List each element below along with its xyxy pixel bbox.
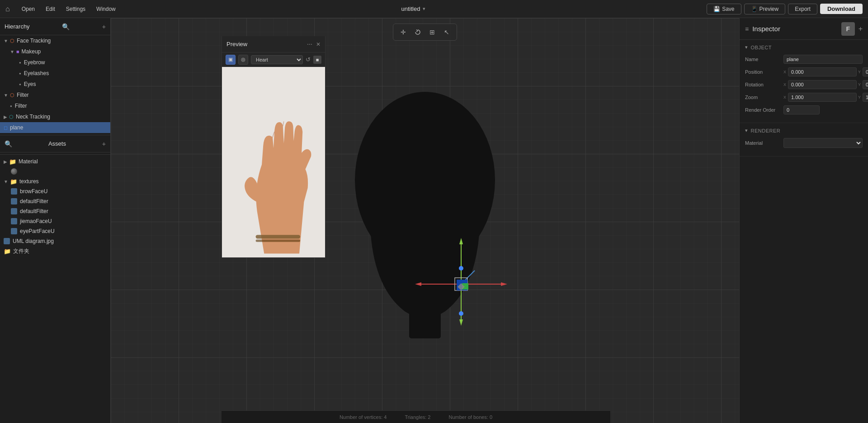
eyes-dot-icon: ● bbox=[19, 82, 21, 86]
renderer-chevron-icon: ▾ bbox=[745, 128, 748, 133]
menu-window[interactable]: Window bbox=[92, 4, 120, 14]
svg-marker-5 bbox=[459, 238, 463, 244]
asset-defaultFilter1[interactable]: defaultFilter bbox=[0, 196, 110, 206]
hierarchy-search-icon[interactable]: 🔍 bbox=[62, 23, 70, 30]
zoom-y-axis: Y bbox=[858, 95, 861, 100]
rotation-label: Rotation bbox=[745, 82, 783, 87]
inspector-add-icon[interactable]: + bbox=[859, 25, 863, 33]
rot-x-axis: X bbox=[783, 82, 786, 87]
zoom-y-input[interactable] bbox=[863, 93, 868, 102]
phone-icon: 📱 bbox=[751, 6, 758, 12]
right-panel: ≡ Inspector F + ▾ Object Name bbox=[739, 18, 868, 423]
preview-x-btn[interactable]: ■ bbox=[313, 56, 321, 64]
save-button[interactable]: 💾 Save bbox=[707, 4, 741, 14]
rotation-fields: X Y Z bbox=[783, 80, 868, 89]
preview-close-icon[interactable]: ✕ bbox=[316, 41, 321, 48]
rotation-y-input[interactable] bbox=[863, 80, 868, 89]
zoom-x-axis: X bbox=[783, 95, 786, 100]
download-button[interactable]: Download bbox=[820, 4, 863, 14]
preview-filter-select[interactable]: Heart Custom Default bbox=[251, 55, 303, 64]
neck-tracking-icon: ⬡ bbox=[9, 114, 14, 120]
wenjianjia-folder-icon: 📁 bbox=[4, 248, 11, 255]
filter-group-label: Filter bbox=[17, 92, 29, 98]
preview-button[interactable]: 📱 Preview bbox=[744, 4, 786, 14]
svg-rect-20 bbox=[256, 235, 300, 238]
tree-item-eyes[interactable]: ● Eyes bbox=[0, 79, 110, 90]
asset-wenjianjia[interactable]: 📁 文件夹 bbox=[0, 246, 110, 257]
tree-item-eyelashes[interactable]: ● Eyelashes bbox=[0, 68, 110, 79]
arrow-face-tracking[interactable]: ▼ bbox=[4, 38, 8, 43]
asset-eyePartFaceU[interactable]: eyePartFaceU bbox=[0, 226, 110, 236]
tree-item-eyebrow[interactable]: ● Eyebrow bbox=[0, 57, 110, 68]
preview-collapse-icon[interactable]: ⋯ bbox=[307, 41, 312, 48]
asset-textures-folder[interactable]: ▼ 📁 textures bbox=[0, 176, 110, 186]
preview-circle-btn[interactable]: ◎ bbox=[238, 55, 248, 65]
hierarchy-add-icon[interactable]: + bbox=[102, 23, 106, 30]
asset-material-sphere[interactable] bbox=[0, 166, 110, 176]
svg-rect-21 bbox=[256, 240, 300, 242]
object-section-title[interactable]: ▾ Object bbox=[745, 44, 863, 50]
assets-add-icon[interactable]: + bbox=[102, 140, 106, 147]
position-y-group: Y bbox=[858, 67, 868, 76]
svg-point-15 bbox=[459, 311, 463, 316]
vp-rotate-btn[interactable] bbox=[411, 26, 424, 38]
tree-item-filter-item[interactable]: ● Filter bbox=[0, 100, 110, 111]
texture-icon-4 bbox=[11, 218, 17, 224]
textures-label: textures bbox=[19, 178, 39, 185]
position-label: Position bbox=[745, 69, 783, 75]
preview-square-btn[interactable]: ▣ bbox=[226, 55, 236, 65]
hierarchy-header: Hierarchy 🔍 + bbox=[0, 18, 110, 35]
render-order-input[interactable] bbox=[783, 105, 820, 114]
material-select[interactable] bbox=[783, 138, 863, 148]
asset-defaultFilter2[interactable]: defaultFilter bbox=[0, 206, 110, 216]
position-x-input[interactable] bbox=[788, 67, 857, 76]
topbar: ⌂ Open Edit Settings Window untitled ▾ 💾… bbox=[0, 0, 868, 18]
export-button[interactable]: Export bbox=[788, 4, 817, 14]
tree-item-neck-tracking[interactable]: ▶ ⬡ Neck Tracking bbox=[0, 111, 110, 122]
vp-scale-btn[interactable]: ⊞ bbox=[426, 26, 439, 38]
inspector-title: Inspector bbox=[752, 25, 780, 33]
position-y-input[interactable] bbox=[863, 67, 868, 76]
jiemaoFaceU-label: jiemaoFaceU bbox=[20, 218, 52, 224]
wenjianjia-label: 文件夹 bbox=[13, 247, 29, 255]
rotation-x-group: X bbox=[783, 80, 857, 89]
status-bar: Number of vertices: 4 Triangles: 2 Numbe… bbox=[222, 410, 610, 423]
rotation-x-input[interactable] bbox=[788, 80, 857, 89]
project-title[interactable]: untitled bbox=[401, 5, 420, 12]
tree-item-filter-group[interactable]: ▼ ⬡ Filter bbox=[0, 90, 110, 100]
menu-edit[interactable]: Edit bbox=[41, 4, 60, 14]
tree-item-makeup[interactable]: ▼ ■ Makeup bbox=[0, 46, 110, 57]
zoom-label: Zoom bbox=[745, 95, 783, 100]
tree-item-plane[interactable]: ◻ plane bbox=[0, 122, 110, 133]
topbar-actions: 💾 Save 📱 Preview Export Download bbox=[707, 4, 863, 14]
inspector-render-order-row: Render Order bbox=[745, 105, 863, 114]
home-icon[interactable]: ⌂ bbox=[5, 5, 10, 13]
arrow-material[interactable]: ▶ bbox=[4, 159, 7, 164]
arrow-textures[interactable]: ▼ bbox=[4, 179, 8, 184]
name-input[interactable] bbox=[783, 55, 863, 64]
pos-x-axis: X bbox=[783, 70, 786, 74]
preview-refresh-btn[interactable]: ↺ bbox=[306, 56, 311, 63]
arrow-neck-tracking[interactable]: ▶ bbox=[4, 114, 7, 119]
inspector-header-left: ≡ Inspector bbox=[745, 25, 780, 33]
tree-item-face-tracking[interactable]: ▼ ⬡ Face Tracking bbox=[0, 35, 110, 46]
arrow-makeup[interactable]: ▼ bbox=[10, 49, 14, 54]
eyes-label: Eyes bbox=[24, 81, 36, 87]
zoom-x-input[interactable] bbox=[788, 93, 857, 102]
vp-move-btn[interactable]: ✛ bbox=[397, 26, 410, 38]
asset-jiemaoFaceU[interactable]: jiemaoFaceU bbox=[0, 216, 110, 226]
zoom-y-group: Y bbox=[858, 93, 868, 102]
renderer-section-title[interactable]: ▾ Renderer bbox=[745, 128, 863, 133]
viewport[interactable]: ✛ ⊞ ↖ bbox=[111, 18, 739, 423]
rotation-y-group: Y bbox=[858, 80, 868, 89]
assets-search-icon[interactable]: 🔍 bbox=[5, 140, 12, 147]
menu-settings[interactable]: Settings bbox=[61, 4, 90, 14]
asset-browFaceU[interactable]: browFaceU bbox=[0, 186, 110, 196]
material-label: Material bbox=[745, 140, 783, 146]
svg-marker-7 bbox=[501, 282, 507, 286]
arrow-filter[interactable]: ▼ bbox=[4, 93, 8, 98]
asset-uml-diagram[interactable]: UML diagram.jpg bbox=[0, 236, 110, 246]
vp-transform-btn[interactable]: ↖ bbox=[440, 26, 453, 38]
asset-material-folder[interactable]: ▶ 📁 Material bbox=[0, 157, 110, 166]
menu-open[interactable]: Open bbox=[17, 4, 39, 14]
